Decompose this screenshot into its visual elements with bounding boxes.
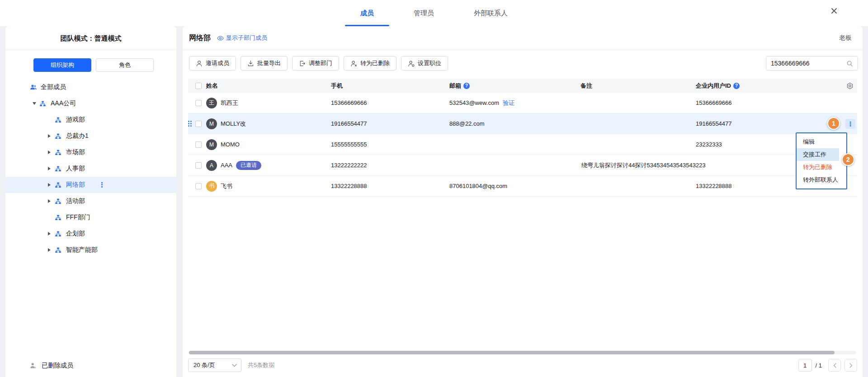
table-row[interactable]: 王凯西王 15366669666 532543@wew.com验证 153666…: [188, 93, 857, 113]
sidebar-toggle-group: 组织架构 角色: [5, 50, 176, 75]
prev-page-button[interactable]: [828, 359, 841, 372]
show-sub-department-link[interactable]: 显示子部门成员: [217, 34, 267, 42]
row-more-actions-icon[interactable]: ⋮: [845, 119, 855, 129]
member-name: AAA: [221, 162, 232, 169]
people-group-icon: [30, 84, 37, 90]
row-checkbox[interactable]: [195, 100, 202, 106]
menu-item-convert-to-external[interactable]: 转外部联系人: [797, 174, 846, 186]
scrollbar-thumb[interactable]: [189, 351, 835, 354]
verify-email-link[interactable]: 验证: [503, 99, 514, 107]
table-row[interactable]: AAAA已邀请 13222222222 绕弯儿翁探讨探讨44探讨53453454…: [188, 155, 857, 176]
chevron-right-icon: [849, 363, 853, 368]
role-button[interactable]: 角色: [96, 58, 154, 72]
tree-item-label: 活动部: [66, 197, 85, 205]
convert-to-deleted-button[interactable]: 转为已删除: [344, 56, 396, 71]
row-checkbox[interactable]: [195, 141, 202, 148]
user-id-help-icon[interactable]: ?: [733, 83, 740, 89]
caret-right-icon[interactable]: [48, 199, 55, 203]
set-position-button[interactable]: 设置职位: [401, 56, 448, 71]
org-node-icon: [55, 133, 62, 139]
total-pages-label: / 1: [816, 362, 822, 369]
member-table: 姓名 手机 邮箱? 备注 企业内用户ID? 王凯西王 15366669666 5…: [188, 79, 857, 197]
tree-item-label: 总裁办1: [66, 132, 89, 140]
invite-member-button[interactable]: 邀请成员: [189, 56, 236, 71]
tree-item-network-dept[interactable]: 网络部 ⋮: [5, 177, 176, 193]
pager-controls: / 1: [798, 359, 857, 372]
tree-item-label: 全部成员: [41, 83, 66, 91]
tree-item-smart-capacity-dept[interactable]: 智能产能部: [5, 242, 176, 258]
caret-right-icon[interactable]: [48, 151, 55, 154]
email-help-icon[interactable]: ?: [463, 83, 470, 89]
top-bar: 成员 管理员 外部联系人: [0, 0, 868, 26]
tab-external-contacts[interactable]: 外部联系人: [458, 0, 523, 26]
tree-item-president-office[interactable]: 总裁办1: [5, 128, 176, 144]
sidebar: 团队模式：普通模式 组织架构 角色 全部成员 AAA公司: [5, 26, 176, 377]
tree-item-hr-dept[interactable]: 人事部: [5, 160, 176, 177]
org-node-icon: [40, 100, 47, 107]
tree-item-fff-dept[interactable]: FFF部门: [5, 209, 176, 226]
tree-item-activity-dept[interactable]: 活动部: [5, 193, 176, 209]
caret-down-icon[interactable]: [33, 102, 40, 105]
row-checkbox[interactable]: [195, 183, 202, 189]
menu-item-convert-to-deleted[interactable]: 转为已删除: [797, 161, 846, 174]
search-icon[interactable]: [846, 60, 853, 67]
menu-item-edit[interactable]: 编辑: [797, 136, 846, 148]
batch-export-button[interactable]: 批量导出: [241, 56, 288, 71]
caret-right-icon[interactable]: [48, 183, 55, 187]
org-structure-button[interactable]: 组织架构: [33, 58, 91, 72]
col-header-user-id: 企业内用户ID: [696, 82, 731, 90]
select-all-checkbox[interactable]: [195, 83, 202, 89]
table-row[interactable]: MMOMO 15555555555 23232333: [188, 134, 857, 155]
col-header-phone: 手机: [331, 82, 343, 90]
tree-item-game-dept[interactable]: 游戏部: [5, 112, 176, 128]
col-header-name: 姓名: [206, 82, 218, 90]
member-user-id: 19166554477: [696, 120, 811, 127]
row-checkbox[interactable]: [195, 162, 202, 169]
row-context-menu: 编辑 交接工作 转为已删除 转外部联系人: [796, 132, 847, 189]
tree-item-label: 游戏部: [66, 116, 85, 124]
tab-admins[interactable]: 管理员: [398, 0, 449, 26]
deleted-person-icon: [30, 363, 37, 369]
caret-right-icon[interactable]: [48, 232, 55, 236]
member-phone: 13322228888: [331, 183, 449, 189]
tab-members[interactable]: 成员: [345, 0, 389, 26]
deleted-members-entry[interactable]: 已删除成员: [5, 354, 176, 377]
page-size-select[interactable]: 20 条/页: [188, 358, 241, 372]
search-input[interactable]: [771, 60, 846, 67]
member-phone: 15366669666: [331, 99, 449, 106]
org-node-icon: [55, 149, 62, 156]
tree-item-aaa-company[interactable]: AAA公司: [5, 95, 176, 112]
total-count-label: 共5条数据: [248, 361, 274, 369]
close-icon[interactable]: [829, 6, 839, 16]
caret-right-icon[interactable]: [48, 134, 55, 138]
org-node-icon: [55, 214, 62, 221]
tree-item-more-icon[interactable]: ⋮: [99, 181, 106, 189]
next-page-button[interactable]: [844, 359, 857, 372]
drag-handle-icon[interactable]: [188, 121, 192, 127]
adjust-department-button[interactable]: 调整部门: [292, 56, 339, 71]
menu-item-handover-work[interactable]: 交接工作: [797, 148, 839, 161]
page-number-input[interactable]: [798, 359, 812, 372]
member-name: 飞书: [221, 182, 232, 190]
member-email: 888@22.com: [449, 120, 580, 127]
tree-item-planning-dept[interactable]: 企划部: [5, 226, 176, 242]
tree-item-marketing-dept[interactable]: 市场部: [5, 144, 176, 160]
col-header-email: 邮箱: [449, 82, 461, 90]
person-remove-icon: [350, 60, 357, 67]
column-settings-icon[interactable]: [846, 82, 854, 90]
tab-bar: 成员 管理员 外部联系人: [345, 0, 523, 26]
caret-right-icon[interactable]: [48, 248, 55, 252]
row-checkbox[interactable]: [195, 121, 202, 127]
tree-item-all-members[interactable]: 全部成员: [5, 79, 176, 95]
tree-item-label: AAA公司: [51, 99, 76, 108]
avatar: 王: [206, 98, 217, 108]
table-row[interactable]: 书飞书 13322228888 8706101804@qq.com 133222…: [188, 176, 857, 197]
caret-right-icon[interactable]: [48, 167, 55, 170]
tree-item-label: 市场部: [66, 148, 85, 156]
table-row[interactable]: MMOLLY改 19166554477 888@22.com 191665544…: [188, 113, 857, 134]
tree-item-label: 网络部: [66, 181, 85, 189]
member-phone: 15555555555: [331, 141, 449, 148]
chevron-left-icon: [833, 363, 836, 368]
person-position-icon: [408, 60, 415, 67]
member-user-id: 23232333: [696, 141, 811, 148]
